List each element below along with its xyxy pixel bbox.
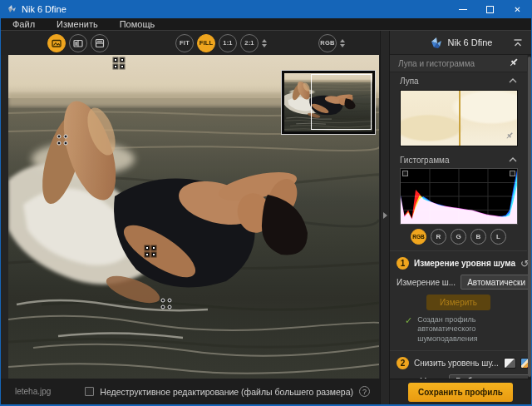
menu-help[interactable]: Помощь	[120, 19, 155, 29]
window-controls: ✕	[449, 0, 531, 18]
scrollbar-thumb[interactable]	[528, 57, 531, 377]
chevron-up-icon[interactable]	[509, 78, 517, 83]
zoom-2-1-button[interactable]: 2:1	[240, 34, 259, 52]
panel-scrollbar[interactable]	[528, 55, 531, 379]
single-image-icon	[52, 38, 62, 48]
panel-divider[interactable]	[380, 31, 390, 404]
channel-r-button[interactable]: R	[431, 229, 446, 245]
panel-title: Nik 6 Dfine	[448, 37, 493, 47]
histogram-title: Гистограмма	[400, 156, 450, 165]
navigator-view-rect[interactable]	[311, 74, 372, 130]
nondestructive-label: Недеструктивное редактирование (файлы бо…	[100, 387, 353, 397]
menubar: Файл Изменить Помощь	[1, 18, 531, 31]
zoom-fit-button[interactable]: FIT	[175, 34, 194, 52]
zoom-fill-button[interactable]: FILL	[197, 34, 215, 52]
panel-footer: Сохранить профиль	[390, 379, 531, 404]
view-split-horizontal-button[interactable]	[91, 34, 109, 52]
panel-header: Nik 6 Dfine	[390, 31, 531, 55]
highlight-clipping-toggle[interactable]	[510, 171, 515, 176]
measure-method-dropdown[interactable]: Автоматически	[461, 275, 531, 290]
app-window: Nik 6 Dfine ✕ Файл Изменить Помощь F	[0, 0, 532, 406]
step1-title: Измерение уровня шума	[414, 259, 515, 268]
filename-label: leteha.jpg	[15, 387, 51, 396]
loupe-histogram-header[interactable]: Лупа и гистограмма	[390, 55, 527, 72]
loupe-pin-icon[interactable]	[505, 128, 514, 143]
navigator-thumbnail[interactable]	[281, 70, 376, 135]
menu-edit[interactable]: Изменить	[57, 19, 98, 29]
panel-content: Лупа и гистограмма Лупа Гистогра	[390, 55, 531, 379]
histogram-section-header[interactable]: Гистограмма	[390, 151, 527, 168]
window-title: Nik 6 Dfine	[22, 4, 66, 14]
nik-logo-icon	[429, 36, 442, 49]
channel-b-button[interactable]: B	[470, 229, 486, 245]
histogram-canvas	[400, 168, 518, 225]
right-panel: Nik 6 Dfine Лупа и гистограмма Лупа	[390, 31, 531, 404]
channel-view-button[interactable]: RGB	[318, 34, 337, 52]
histogram-channels: RGB R G B L	[390, 229, 527, 245]
menu-file[interactable]: Файл	[12, 19, 35, 29]
help-icon[interactable]: ?	[359, 386, 370, 397]
loupe-preview[interactable]	[400, 90, 518, 146]
channel-rgb-button[interactable]: RGB	[411, 229, 426, 245]
measure-method-label: Измерение ш...	[397, 278, 456, 287]
step2-number-badge: 2	[397, 357, 409, 369]
mask-preview-icon[interactable]	[504, 358, 516, 369]
channel-stepper[interactable]	[340, 39, 345, 47]
view-split-vertical-button[interactable]	[69, 34, 87, 52]
collapse-panel-arrow-icon[interactable]	[383, 212, 387, 219]
noise-measure-point-2[interactable]	[57, 135, 68, 146]
collapse-panel-icon[interactable]	[513, 35, 523, 50]
step2-header[interactable]: 2 Снизить уровень шу... ↺	[390, 353, 527, 372]
check-icon: ✓	[405, 315, 412, 344]
app-logo-icon	[7, 4, 17, 14]
split-horizontal-icon	[95, 38, 105, 48]
image-viewport	[1, 55, 380, 379]
photo-canvas[interactable]	[8, 55, 379, 379]
profile-status: ✓ Создан профиль автоматического шумопод…	[390, 314, 527, 349]
chevron-up-icon[interactable]	[509, 157, 517, 162]
loupe-title: Лупа	[400, 77, 419, 86]
channel-g-button[interactable]: G	[451, 229, 466, 245]
zoom-1-1-button[interactable]: 1:1	[219, 34, 237, 52]
noise-measure-point-4[interactable]	[161, 299, 172, 309]
close-button[interactable]: ✕	[504, 0, 531, 18]
split-vertical-icon	[73, 38, 83, 48]
pin-icon[interactable]	[509, 57, 519, 69]
nondestructive-checkbox[interactable]	[85, 387, 94, 396]
noise-measure-point-3[interactable]	[145, 246, 156, 257]
measure-button[interactable]: Измерить	[426, 295, 490, 310]
loupe-histogram-title: Лупа и гистограмма	[398, 59, 475, 68]
shadow-clipping-toggle[interactable]	[402, 171, 408, 176]
loupe-section-header[interactable]: Лупа	[390, 72, 527, 89]
noise-measure-point-1[interactable]	[114, 58, 125, 69]
zoom-stepper[interactable]	[262, 39, 267, 47]
status-bar: leteha.jpg Недеструктивное редактировани…	[1, 379, 380, 404]
step1-header[interactable]: 1 Измерение уровня шума ↺	[390, 253, 527, 272]
save-profile-button[interactable]: Сохранить профиль	[408, 383, 513, 402]
toolbar: FIT FILL 1:1 2:1 RGB	[1, 31, 380, 55]
step2-title: Снизить уровень шу...	[414, 359, 499, 368]
channel-l-button[interactable]: L	[490, 229, 506, 245]
profile-status-text: Создан профиль автоматического шумоподав…	[417, 315, 520, 344]
titlebar: Nik 6 Dfine ✕	[1, 0, 531, 18]
view-single-button[interactable]	[47, 34, 66, 52]
maximize-button[interactable]	[476, 0, 504, 18]
loupe-split-line	[459, 91, 461, 146]
step1-number-badge: 1	[397, 257, 409, 270]
minimize-button[interactable]	[449, 0, 476, 18]
